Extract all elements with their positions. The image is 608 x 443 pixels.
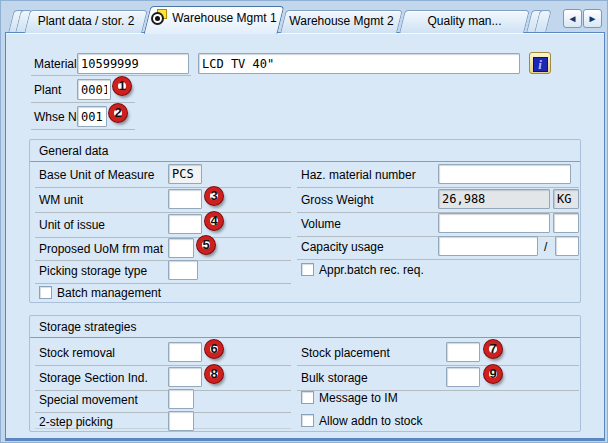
annotation-badge-1: 1 bbox=[113, 77, 131, 95]
info-icon: i bbox=[533, 57, 548, 72]
volume-input[interactable] bbox=[438, 213, 550, 233]
volume-label: Volume bbox=[301, 217, 341, 231]
gross-weight-label: Gross Weight bbox=[301, 193, 373, 207]
stock-placement-label: Stock placement bbox=[301, 346, 390, 360]
stock-placement-input[interactable] bbox=[446, 342, 480, 362]
annotation-badge-6: 6 bbox=[205, 340, 223, 358]
batch-management-label: Batch management bbox=[57, 286, 161, 300]
material-input[interactable] bbox=[77, 53, 189, 74]
annotation-badge-7: 7 bbox=[484, 340, 502, 358]
groupbox-title-divider bbox=[30, 161, 580, 162]
tab-label: Warehouse Mgmt 2 bbox=[283, 10, 400, 32]
row-divider bbox=[297, 259, 579, 260]
row-divider bbox=[35, 390, 291, 391]
tab-scroll-left-button[interactable]: ◄ bbox=[563, 9, 582, 28]
proposed-uom-input[interactable] bbox=[168, 238, 194, 258]
stock-removal-label: Stock removal bbox=[39, 346, 115, 360]
row-divider bbox=[35, 237, 291, 238]
capacity-usage-label: Capacity usage bbox=[301, 240, 384, 254]
row-divider bbox=[35, 260, 291, 261]
whse-no-input[interactable] bbox=[77, 106, 107, 127]
unit-of-issue-input[interactable] bbox=[168, 214, 202, 234]
information-button[interactable]: i bbox=[529, 52, 551, 74]
haz-material-label: Haz. material number bbox=[301, 168, 416, 182]
tab-label: Quality man... bbox=[402, 10, 527, 32]
capacity-separator: / bbox=[544, 240, 547, 254]
two-step-picking-label: 2-step picking bbox=[39, 415, 113, 429]
row-divider bbox=[35, 283, 291, 284]
annotation-badge-5: 5 bbox=[197, 236, 215, 254]
two-step-picking-input[interactable] bbox=[168, 411, 194, 431]
proposed-uom-label: Proposed UoM frm mat bbox=[39, 242, 163, 256]
record-status-icon bbox=[151, 9, 168, 25]
appr-batch-rec-label: Appr.batch rec. req. bbox=[319, 263, 424, 277]
row-divider bbox=[297, 187, 579, 188]
tab-label: Plant data / stor. 2 bbox=[27, 10, 145, 32]
special-movement-input[interactable] bbox=[168, 389, 194, 409]
row-divider bbox=[31, 102, 135, 103]
groupbox-title-divider bbox=[30, 337, 580, 338]
row-divider bbox=[35, 187, 291, 188]
target-circle-icon bbox=[151, 12, 164, 25]
volume-unit-input[interactable] bbox=[553, 213, 579, 233]
left-arrow-icon: ◄ bbox=[568, 13, 578, 24]
base-uom-field[interactable] bbox=[168, 164, 202, 184]
row-divider bbox=[297, 365, 579, 366]
row-divider bbox=[35, 412, 291, 413]
gross-weight-field[interactable] bbox=[438, 189, 550, 209]
general-data-title: General data bbox=[39, 144, 108, 158]
unit-of-issue-label: Unit of issue bbox=[39, 218, 105, 232]
picking-storage-type-input[interactable] bbox=[168, 260, 198, 280]
allow-addn-to-stock-checkbox[interactable] bbox=[301, 414, 314, 427]
allow-addn-to-stock-label: Allow addn to stock bbox=[319, 414, 422, 428]
capacity-usage-unit-input[interactable] bbox=[555, 236, 579, 256]
material-description-input[interactable] bbox=[198, 53, 520, 74]
plant-label: Plant bbox=[34, 83, 61, 97]
tab-quality-management[interactable]: Quality man... bbox=[402, 10, 527, 33]
wm-unit-label: WM unit bbox=[39, 193, 83, 207]
stock-removal-input[interactable] bbox=[168, 342, 202, 362]
row-divider bbox=[31, 129, 135, 130]
annotation-badge-3: 3 bbox=[205, 187, 223, 205]
storage-section-ind-input[interactable] bbox=[168, 367, 202, 387]
picking-storage-type-label: Picking storage type bbox=[39, 264, 147, 278]
base-uom-label: Base Unit of Measure bbox=[39, 168, 154, 182]
annotation-badge-4: 4 bbox=[205, 212, 223, 230]
bulk-storage-label: Bulk storage bbox=[301, 371, 368, 385]
tab-plant-data-stor-2[interactable]: Plant data / stor. 2 bbox=[27, 10, 145, 33]
special-movement-label: Special movement bbox=[39, 393, 138, 407]
right-arrow-icon: ► bbox=[588, 13, 598, 24]
message-to-im-checkbox[interactable] bbox=[301, 391, 314, 404]
weight-unit-field[interactable] bbox=[553, 189, 579, 209]
annotation-badge-9: 9 bbox=[484, 365, 502, 383]
bulk-storage-input[interactable] bbox=[446, 367, 480, 387]
annotation-badge-2: 2 bbox=[109, 104, 127, 122]
capacity-usage-input[interactable] bbox=[438, 236, 538, 256]
row-divider bbox=[35, 365, 291, 366]
tab-scroll-right-button[interactable]: ► bbox=[583, 9, 602, 28]
plant-input[interactable] bbox=[77, 79, 111, 100]
wm-unit-input[interactable] bbox=[168, 189, 202, 209]
message-to-im-label: Message to IM bbox=[319, 391, 398, 405]
sap-material-master-window: Plant data / stor. 2 Warehouse Mgmt 1 Wa… bbox=[0, 0, 608, 443]
storage-strategies-title: Storage strategies bbox=[39, 320, 136, 334]
haz-material-input[interactable] bbox=[438, 164, 571, 184]
appr-batch-rec-checkbox[interactable] bbox=[301, 263, 314, 276]
tab-label: Warehouse Mgmt 1 bbox=[147, 6, 281, 31]
batch-management-checkbox[interactable] bbox=[39, 286, 52, 299]
tab-warehouse-mgmt-1[interactable]: Warehouse Mgmt 1 bbox=[147, 6, 281, 34]
material-label: Material bbox=[34, 57, 77, 71]
annotation-badge-8: 8 bbox=[205, 365, 223, 383]
tab-warehouse-mgmt-2[interactable]: Warehouse Mgmt 2 bbox=[283, 10, 400, 33]
row-divider bbox=[35, 212, 291, 213]
storage-section-ind-label: Storage Section Ind. bbox=[39, 371, 148, 385]
row-divider bbox=[31, 75, 191, 76]
